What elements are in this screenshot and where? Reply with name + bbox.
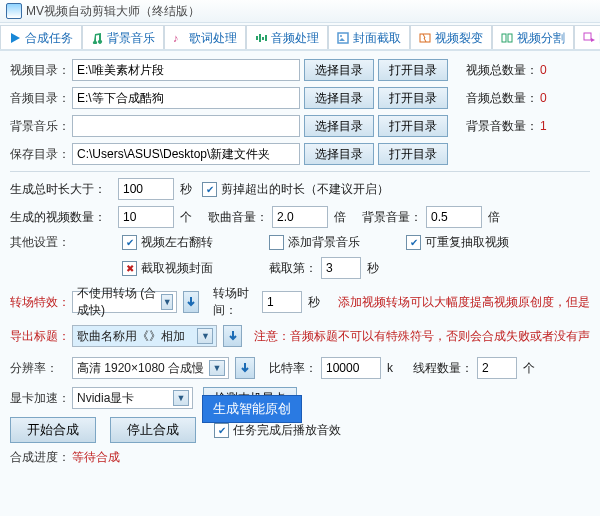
label-threads: 线程数量： xyxy=(413,360,473,377)
check-reuse[interactable]: 可重复抽取视频 xyxy=(406,234,509,251)
check-cutcover[interactable]: ✖截取视频封面 xyxy=(122,260,213,277)
svg-marker-12 xyxy=(591,38,595,42)
input-video-dir[interactable] xyxy=(72,59,300,81)
row-video: 视频目录：选择目录打开目录视频总数量：0 xyxy=(10,59,590,81)
checkbox-icon: ✖ xyxy=(122,261,137,276)
select-resolution[interactable]: 高清 1920×1080 合成慢▼ xyxy=(72,357,229,379)
tab-cover[interactable]: 封面截取 xyxy=(328,25,410,50)
check-flip[interactable]: 视频左右翻转 xyxy=(122,234,213,251)
music-icon xyxy=(91,32,103,44)
warn-transition: 添加视频转场可以大幅度提高视频原创度，但是 xyxy=(338,294,590,311)
svg-rect-5 xyxy=(265,35,267,41)
crack-icon xyxy=(419,32,431,44)
input-song-vol[interactable] xyxy=(272,206,328,228)
popup-smart-original[interactable]: 生成智能原创 xyxy=(202,395,302,423)
tab-lyric[interactable]: ♪歌词处理 xyxy=(164,25,246,50)
tab-play[interactable]: 合成任务 xyxy=(0,25,82,50)
label-cutidx: 截取第： xyxy=(269,260,317,277)
audio-icon xyxy=(255,32,267,44)
svg-text:♪: ♪ xyxy=(173,32,179,44)
open-video-button[interactable]: 打开目录 xyxy=(378,59,448,81)
tab-split[interactable]: 视频分割 xyxy=(492,25,574,50)
progress-status: 等待合成 xyxy=(72,449,120,466)
lyric-icon: ♪ xyxy=(173,32,185,44)
input-bg-vol[interactable] xyxy=(426,206,482,228)
check-addbgm[interactable]: 添加背景音乐 xyxy=(269,234,360,251)
chevron-down-icon: ▼ xyxy=(197,328,213,344)
stop-button[interactable]: 停止合成 xyxy=(110,417,196,443)
checkmark-icon xyxy=(406,235,421,250)
tab-label: 视频分割 xyxy=(517,30,565,47)
label-video: 视频目录： xyxy=(10,62,68,79)
svg-rect-9 xyxy=(502,34,506,42)
apply-export-button[interactable] xyxy=(223,325,242,347)
label-quantity: 生成的视频数量： xyxy=(10,209,114,226)
cover-icon xyxy=(337,32,349,44)
titlebar: MV视频自动剪辑大师（终结版） xyxy=(0,0,600,23)
svg-rect-2 xyxy=(256,36,258,40)
input-cutidx[interactable] xyxy=(321,257,361,279)
label-resolution: 分辨率： xyxy=(10,360,68,377)
row-bgm: 背景音乐：选择目录打开目录背景音数量：1 xyxy=(10,115,590,137)
label-bgm: 背景音乐： xyxy=(10,118,68,135)
row-audio: 音频目录：选择目录打开目录音频总数量：0 xyxy=(10,87,590,109)
tab-crack[interactable]: 视频裂变 xyxy=(410,25,492,50)
row-progress: 合成进度： 等待合成 xyxy=(10,449,590,466)
select-gpu[interactable]: Nvidia显卡▼ xyxy=(72,387,193,409)
unit-k: k xyxy=(387,361,393,375)
open-audio-button[interactable]: 打开目录 xyxy=(378,87,448,109)
open-save-button[interactable]: 打开目录 xyxy=(378,143,448,165)
apply-resolution-button[interactable] xyxy=(235,357,255,379)
select-export-title[interactable]: 歌曲名称用《》相加▼ xyxy=(72,325,217,347)
checkmark-icon xyxy=(202,182,217,197)
select-transition[interactable]: 不使用转场 (合成快)▼ xyxy=(72,291,177,313)
row-duration: 生成总时长大于： 秒 剪掉超出的时长（不建议开启） xyxy=(10,178,590,200)
play-icon xyxy=(9,32,21,44)
chevron-down-icon: ▼ xyxy=(173,390,189,406)
checkmark-icon xyxy=(214,423,229,438)
svg-rect-11 xyxy=(584,33,591,40)
choose-audio-button[interactable]: 选择目录 xyxy=(304,87,374,109)
choose-save-button[interactable]: 选择目录 xyxy=(304,143,374,165)
split-icon xyxy=(501,32,513,44)
tab-img2v[interactable]: 图转视频▸ xyxy=(574,25,600,50)
check-trim[interactable]: 剪掉超出的时长（不建议开启） xyxy=(202,181,389,198)
label-export: 导出标题： xyxy=(10,328,68,345)
input-audio-dir[interactable] xyxy=(72,87,300,109)
tab-label: 背景音乐 xyxy=(107,30,155,47)
input-threads[interactable] xyxy=(477,357,517,379)
label-other: 其他设置： xyxy=(10,234,68,251)
input-bitrate[interactable] xyxy=(321,357,381,379)
tab-label: 歌词处理 xyxy=(189,30,237,47)
check-playfx[interactable]: 任务完成后播放音效 xyxy=(214,422,341,439)
tab-music[interactable]: 背景音乐 xyxy=(82,25,164,50)
input-quantity[interactable] xyxy=(118,206,174,228)
open-bgm-button[interactable]: 打开目录 xyxy=(378,115,448,137)
start-button[interactable]: 开始合成 xyxy=(10,417,96,443)
input-bgm-dir[interactable] xyxy=(72,115,300,137)
svg-rect-3 xyxy=(259,34,261,42)
count-video: 视频总数量：0 xyxy=(466,62,547,79)
row-other-1: 其他设置： 视频左右翻转 添加背景音乐 可重复抽取视频 xyxy=(10,234,590,251)
tab-label: 封面截取 xyxy=(353,30,401,47)
unit-count: 个 xyxy=(180,209,192,226)
unit-times-2: 倍 xyxy=(488,209,500,226)
unit-seconds-2: 秒 xyxy=(367,260,379,277)
row-other-2: ✖截取视频封面 截取第： 秒 xyxy=(10,257,590,279)
label-bg-vol: 背景音量： xyxy=(362,209,422,226)
input-save-dir[interactable] xyxy=(72,143,300,165)
tab-audio[interactable]: 音频处理 xyxy=(246,25,328,50)
apply-transition-button[interactable] xyxy=(183,291,199,313)
row-transition: 转场特效： 不使用转场 (合成快)▼ 转场时间： 秒 添加视频转场可以大幅度提高… xyxy=(10,285,590,319)
choose-bgm-button[interactable]: 选择目录 xyxy=(304,115,374,137)
row-save: 保存目录：选择目录打开目录 xyxy=(10,143,590,165)
input-trans-time[interactable] xyxy=(262,291,302,313)
choose-video-button[interactable]: 选择目录 xyxy=(304,59,374,81)
label-transition: 转场特效： xyxy=(10,294,68,311)
input-duration[interactable] xyxy=(118,178,174,200)
unit-count-2: 个 xyxy=(523,360,535,377)
count-bgm: 背景音数量：1 xyxy=(466,118,547,135)
label-gpu: 显卡加速： xyxy=(10,390,68,407)
row-quantity: 生成的视频数量： 个 歌曲音量： 倍 背景音量： 倍 xyxy=(10,206,590,228)
label-song-vol: 歌曲音量： xyxy=(208,209,268,226)
